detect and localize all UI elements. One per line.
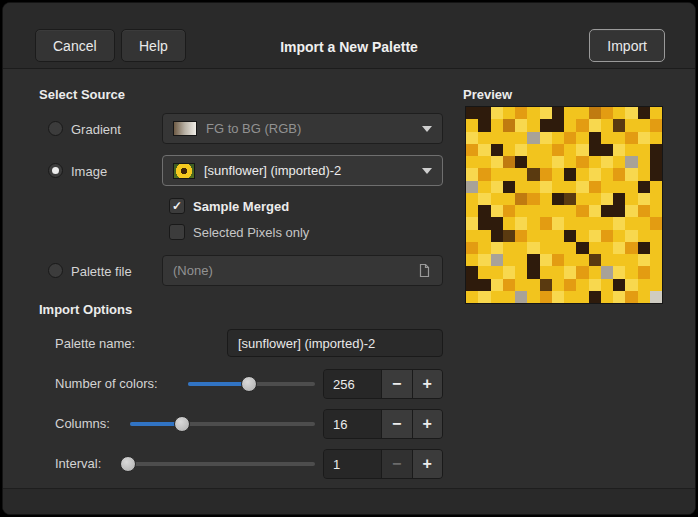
preview-cell [466, 132, 478, 144]
preview-cell [576, 205, 588, 217]
sample-merged-checkbox[interactable]: ✓ [169, 198, 185, 214]
preview-cell [564, 230, 576, 242]
image-radio[interactable] [48, 163, 63, 178]
preview-cell [589, 205, 601, 217]
preview-cell [601, 168, 613, 180]
interval-slider[interactable] [120, 449, 315, 479]
preview-cell [625, 254, 637, 266]
gradient-thumbnail-icon [173, 121, 197, 136]
preview-cell [564, 181, 576, 193]
preview-cell [564, 132, 576, 144]
gradient-select[interactable]: FG to BG (RGB) [162, 113, 443, 144]
preview-cell [491, 254, 503, 266]
selected-pixels-checkbox[interactable]: ✓ [169, 224, 185, 240]
radio-dot [52, 267, 59, 274]
preview-cell [515, 193, 527, 205]
preview-cell [515, 205, 527, 217]
preview-cell [527, 205, 539, 217]
preview-cell [638, 279, 650, 291]
image-radio-label[interactable]: Image [71, 164, 107, 179]
increment-button[interactable]: + [412, 450, 443, 478]
preview-cell [576, 107, 588, 119]
columns-value[interactable]: 16 [324, 410, 381, 438]
preview-cell [515, 119, 527, 131]
number-of-colors-slider[interactable] [188, 369, 315, 399]
decrement-button[interactable]: − [381, 410, 412, 438]
preview-cell [527, 119, 539, 131]
preview-cell [650, 291, 662, 303]
preview-cell [601, 132, 613, 144]
preview-cell [564, 205, 576, 217]
preview-cell [601, 156, 613, 168]
preview-cell [576, 132, 588, 144]
preview-cell [650, 181, 662, 193]
preview-cell [552, 119, 564, 131]
selected-pixels-label[interactable]: Selected Pixels only [193, 225, 309, 240]
import-options-heading: Import Options [39, 302, 132, 317]
slider-handle[interactable] [241, 376, 257, 392]
preview-cell [540, 193, 552, 205]
preview-cell [613, 144, 625, 156]
preview-cell [638, 217, 650, 229]
preview-cell [576, 181, 588, 193]
preview-cell [515, 279, 527, 291]
preview-cell [466, 107, 478, 119]
slider-track[interactable] [120, 462, 315, 466]
preview-cell [601, 279, 613, 291]
gradient-radio-label[interactable]: Gradient [71, 122, 121, 137]
slider-handle[interactable] [174, 416, 190, 432]
preview-cell [601, 144, 613, 156]
preview-cell [515, 266, 527, 278]
increment-button[interactable]: + [412, 370, 443, 398]
preview-cell [625, 266, 637, 278]
import-button[interactable]: Import [589, 29, 665, 62]
preview-cell [478, 242, 490, 254]
number-of-colors-value[interactable]: 256 [324, 370, 381, 398]
preview-cell [576, 266, 588, 278]
number-of-colors-spinbox: 256 − + [323, 369, 443, 399]
image-select[interactable]: [sunflower] (imported)-2 [162, 155, 443, 186]
preview-cell [564, 168, 576, 180]
preview-cell [552, 132, 564, 144]
preview-cell [613, 119, 625, 131]
increment-button[interactable]: + [412, 410, 443, 438]
preview-cell [576, 279, 588, 291]
chevron-down-icon [422, 168, 432, 174]
preview-cell [503, 107, 515, 119]
interval-value[interactable]: 1 [324, 450, 381, 478]
sample-merged-label[interactable]: Sample Merged [193, 199, 289, 214]
preview-cell [478, 291, 490, 303]
palette-file-button[interactable]: (None) [162, 255, 443, 286]
preview-cell [503, 193, 515, 205]
preview-cell [625, 107, 637, 119]
gradient-radio[interactable] [48, 121, 63, 136]
interval-label: Interval: [55, 456, 101, 471]
palette-file-radio-label[interactable]: Palette file [71, 264, 132, 279]
sunflower-thumbnail-icon [173, 163, 195, 179]
slider-handle[interactable] [120, 456, 136, 472]
palette-file-radio[interactable] [48, 263, 63, 278]
preview-cell [527, 291, 539, 303]
preview-cell [564, 291, 576, 303]
preview-cell [589, 181, 601, 193]
preview-cell [503, 230, 515, 242]
slider-track[interactable] [130, 422, 315, 426]
preview-cell [576, 230, 588, 242]
preview-cell [625, 242, 637, 254]
preview-cell [625, 193, 637, 205]
preview-cell [613, 132, 625, 144]
preview-cell [576, 217, 588, 229]
preview-cell [527, 217, 539, 229]
preview-cell [625, 205, 637, 217]
palette-name-input[interactable] [227, 329, 443, 357]
columns-slider[interactable] [130, 409, 315, 439]
preview-cell [540, 107, 552, 119]
decrement-button: − [381, 450, 412, 478]
preview-cell [478, 119, 490, 131]
decrement-button[interactable]: − [381, 370, 412, 398]
preview-cell [540, 291, 552, 303]
preview-cell [503, 254, 515, 266]
preview-cell [650, 254, 662, 266]
select-source-heading: Select Source [39, 87, 125, 102]
preview-cell [613, 156, 625, 168]
